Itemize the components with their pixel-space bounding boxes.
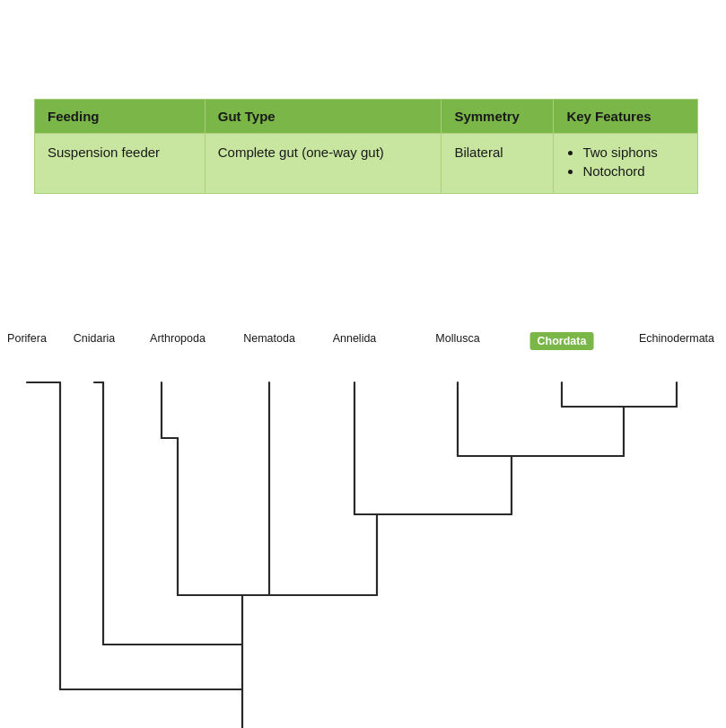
tree-label-annelida: Annelida bbox=[333, 332, 377, 345]
features-table: Feeding Gut Type Symmetry Key Features S… bbox=[34, 99, 698, 194]
col-symmetry: Symmetry bbox=[442, 100, 554, 134]
col-key-features: Key Features bbox=[554, 100, 698, 134]
cell-feeding: Suspension feeder bbox=[35, 134, 206, 194]
cell-symmetry: Bilateral bbox=[442, 134, 554, 194]
col-feeding: Feeding bbox=[35, 100, 206, 134]
tree-svg bbox=[0, 357, 726, 728]
tree-label-chordata: Chordata bbox=[530, 332, 594, 350]
col-gut-type: Gut Type bbox=[205, 100, 442, 134]
tree-label-nematoda: Nematoda bbox=[243, 332, 295, 345]
tree-label-arthropoda: Arthropoda bbox=[150, 332, 206, 345]
tree-label-porifera: Porifera bbox=[7, 332, 47, 345]
feature-item-2: Notochord bbox=[582, 163, 685, 179]
tree-label-cnidaria: Cnidaria bbox=[74, 332, 116, 345]
cell-key-features: Two siphons Notochord bbox=[554, 134, 698, 194]
phylogenetic-tree: PoriferaCnidariaArthropodaNematodaAnneli… bbox=[0, 332, 726, 728]
cell-gut-type: Complete gut (one-way gut) bbox=[205, 134, 442, 194]
tree-label-echinodermata: Echinodermata bbox=[639, 332, 714, 345]
feature-item-1: Two siphons bbox=[582, 145, 685, 160]
tree-label-mollusca: Mollusca bbox=[435, 332, 479, 345]
